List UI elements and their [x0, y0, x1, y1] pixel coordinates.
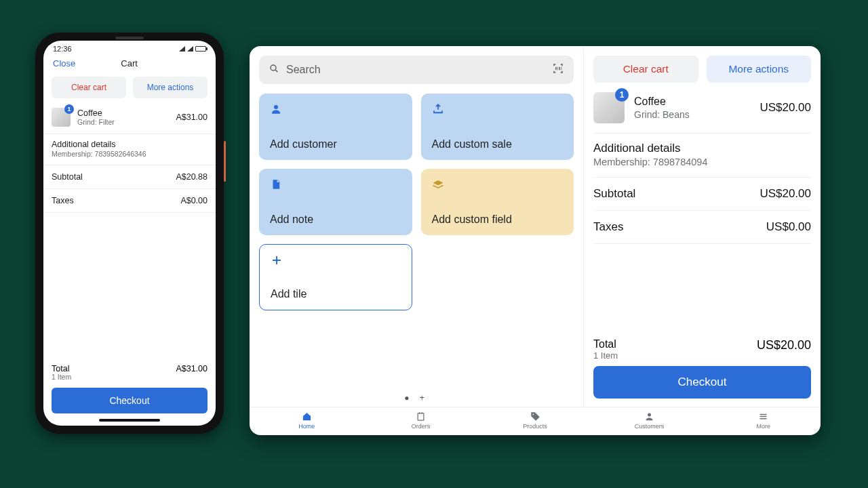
- details-value: Membership: 7839582646346: [52, 150, 208, 158]
- note-icon: [270, 178, 282, 190]
- barcode-scan-icon[interactable]: [552, 62, 564, 77]
- search-icon: [269, 63, 279, 77]
- home-icon: [302, 411, 312, 422]
- tab-orders[interactable]: Orders: [363, 407, 477, 435]
- clear-cart-button[interactable]: Clear cart: [593, 56, 698, 83]
- wifi-icon: [179, 46, 185, 52]
- cart-pane: Clear cart More actions 1 Coffee Grind: …: [583, 46, 821, 407]
- person-icon: [270, 103, 282, 115]
- tile-add-tile[interactable]: Add tile: [259, 244, 412, 310]
- svg-point-2: [274, 105, 278, 109]
- tablet-app: Search Add customer Add custom sale Add …: [250, 46, 821, 435]
- total-row: Total 1 Item A$31.00: [43, 360, 216, 382]
- upload-icon: [432, 103, 444, 115]
- phone-notch: [99, 35, 160, 41]
- taxes-row: Taxes US$0.00: [593, 211, 811, 244]
- status-time: 12:36: [53, 45, 72, 53]
- checkout-button[interactable]: Checkout: [593, 366, 811, 399]
- menu-icon: [758, 411, 768, 422]
- tile-add-custom-sale[interactable]: Add custom sale: [421, 94, 574, 160]
- tab-more[interactable]: More: [707, 407, 821, 435]
- taxes-row: Taxes A$0.00: [43, 189, 216, 213]
- tab-products[interactable]: Products: [478, 407, 592, 435]
- tab-customers[interactable]: Customers: [592, 407, 706, 435]
- phone-device-frame: 12:36 Close Cart Clear cart More actions…: [35, 33, 224, 434]
- phone-power-button: [224, 141, 226, 182]
- clear-cart-button[interactable]: Clear cart: [52, 77, 126, 98]
- cart-item[interactable]: 1 Coffee Grind: Filter A$31.00: [43, 104, 216, 134]
- field-icon: [432, 178, 444, 190]
- cart-item[interactable]: 1 Coffee Grind: Beans US$20.00: [593, 83, 811, 134]
- tab-home[interactable]: Home: [250, 407, 363, 435]
- phone-screen: 12:36 Close Cart Clear cart More actions…: [43, 41, 216, 426]
- product-thumbnail: 1: [593, 92, 625, 123]
- customers-icon: [644, 411, 654, 422]
- item-name: Coffee: [634, 96, 760, 108]
- additional-details[interactable]: Additional details Membership: 789878409…: [593, 134, 811, 178]
- item-variant: Grind: Beans: [634, 109, 760, 120]
- details-title: Additional details: [593, 142, 811, 155]
- total-row: Total 1 Item US$20.00: [593, 334, 811, 366]
- item-variant: Grind: Filter: [77, 118, 176, 126]
- bottom-tab-bar: Home Orders Products Customers More: [250, 407, 821, 435]
- tile-add-custom-field[interactable]: Add custom field: [421, 169, 574, 235]
- additional-details[interactable]: Additional details Membership: 783958264…: [43, 134, 216, 165]
- plus-icon: [271, 254, 283, 266]
- svg-point-7: [648, 413, 651, 417]
- quantity-badge: 1: [615, 88, 629, 102]
- close-button[interactable]: Close: [53, 58, 75, 68]
- svg-point-0: [271, 65, 276, 70]
- phone-header: Close Cart: [43, 53, 216, 73]
- battery-icon: [195, 46, 206, 52]
- tile-add-customer[interactable]: Add customer: [259, 94, 412, 160]
- item-name: Coffee: [77, 108, 176, 118]
- page-indicator[interactable]: ● +: [259, 386, 574, 407]
- smart-grid-pane: Search Add customer Add custom sale Add …: [250, 46, 583, 407]
- item-price: US$20.00: [760, 101, 811, 115]
- search-placeholder: Search: [286, 64, 552, 76]
- subtotal-row: Subtotal A$20.88: [43, 165, 216, 189]
- tag-icon: [530, 411, 540, 422]
- product-thumbnail: 1: [52, 108, 71, 127]
- item-price: A$31.00: [176, 113, 208, 122]
- more-actions-button[interactable]: More actions: [133, 77, 208, 98]
- svg-rect-5: [418, 413, 424, 421]
- signal-icon: [187, 46, 193, 52]
- page-title: Cart: [121, 58, 138, 68]
- details-value: Membership: 7898784094: [593, 157, 811, 167]
- svg-line-1: [275, 70, 277, 72]
- svg-point-6: [532, 413, 534, 415]
- quantity-badge: 1: [64, 104, 74, 114]
- details-title: Additional details: [52, 140, 208, 149]
- phone-status-bar: 12:36: [43, 41, 216, 53]
- more-actions-button[interactable]: More actions: [707, 56, 812, 83]
- orders-icon: [416, 411, 426, 422]
- tile-add-note[interactable]: Add note: [259, 169, 412, 235]
- phone-home-indicator: [99, 419, 160, 422]
- subtotal-row: Subtotal US$20.00: [593, 178, 811, 211]
- checkout-button[interactable]: Checkout: [52, 388, 208, 413]
- search-bar[interactable]: Search: [259, 56, 574, 84]
